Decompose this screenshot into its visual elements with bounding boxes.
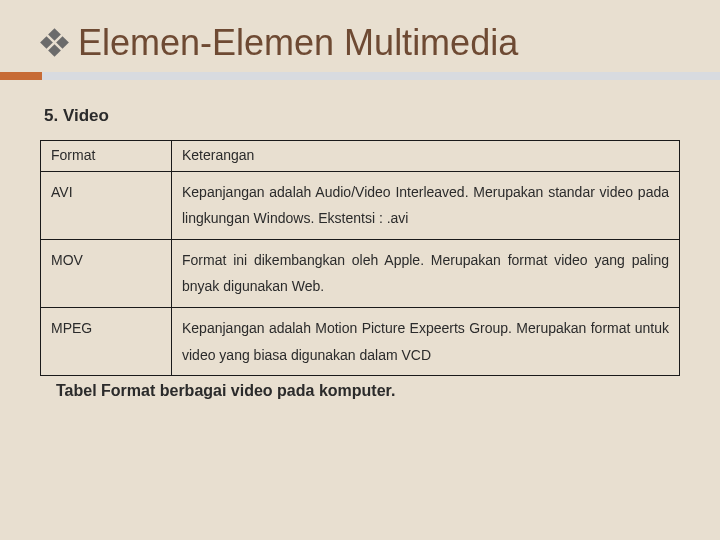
cell-keterangan: Kepanjangan adalah Audio/Video Interleav… bbox=[172, 171, 680, 239]
table-header-format: Format bbox=[41, 141, 172, 172]
cell-keterangan: Kepanjangan adalah Motion Picture Expeer… bbox=[172, 307, 680, 375]
cell-format: MPEG bbox=[41, 307, 172, 375]
table-row: MPEG Kepanjangan adalah Motion Picture E… bbox=[41, 307, 680, 375]
table-row: AVI Kepanjangan adalah Audio/Video Inter… bbox=[41, 171, 680, 239]
slide-title-area: Elemen-Elemen Multimedia bbox=[0, 0, 720, 72]
bullet-diamond-icon bbox=[44, 32, 66, 54]
table-header-row: Format Keterangan bbox=[41, 141, 680, 172]
table-row: MOV Format ini dikembangkan oleh Apple. … bbox=[41, 239, 680, 307]
slide-title: Elemen-Elemen Multimedia bbox=[78, 22, 518, 64]
table-caption: Tabel Format berbagai video pada kompute… bbox=[56, 382, 680, 400]
accent-bar bbox=[0, 72, 720, 80]
cell-format: MOV bbox=[41, 239, 172, 307]
cell-keterangan: Format ini dikembangkan oleh Apple. Meru… bbox=[172, 239, 680, 307]
cell-format: AVI bbox=[41, 171, 172, 239]
video-format-table: Format Keterangan AVI Kepanjangan adalah… bbox=[40, 140, 680, 376]
section-subhead: 5. Video bbox=[44, 106, 680, 126]
slide-content: 5. Video Format Keterangan AVI Kepanjang… bbox=[0, 80, 720, 400]
table-header-keterangan: Keterangan bbox=[172, 141, 680, 172]
